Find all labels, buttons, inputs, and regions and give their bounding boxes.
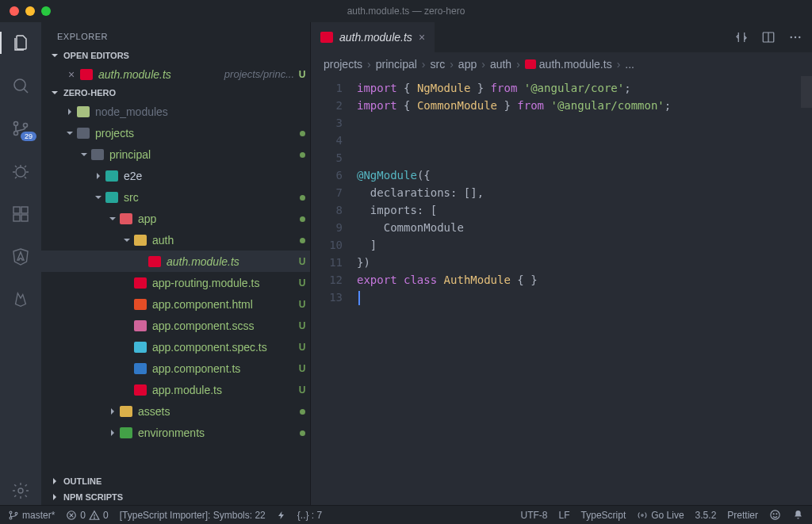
line-number: 1 xyxy=(311,79,343,97)
status-thunder[interactable] xyxy=(277,511,286,520)
item-label: src xyxy=(124,191,294,204)
breadcrumb-item[interactable]: principal xyxy=(376,58,417,71)
code-line[interactable]: CommonModule xyxy=(357,219,812,236)
code-line[interactable]: ] xyxy=(357,236,812,254)
svg-point-2 xyxy=(14,122,18,126)
tree-folder-assets[interactable]: assets xyxy=(41,400,310,422)
git-status: U xyxy=(294,363,310,374)
status-problems[interactable]: 0 0 xyxy=(66,510,108,521)
tree-folder-environments[interactable]: environments xyxy=(41,422,310,443)
code-line[interactable] xyxy=(357,114,812,132)
code-line[interactable]: import { NgModule } from '@angular/core'… xyxy=(357,79,812,97)
tab-auth-module[interactable]: auth.module.ts × xyxy=(311,22,435,52)
code-line[interactable]: imports: [ xyxy=(357,201,812,219)
minimap-slider[interactable] xyxy=(801,76,812,108)
status-feedback[interactable] xyxy=(769,509,781,521)
activity-firebase[interactable] xyxy=(0,285,41,314)
activity-scm[interactable]: 29 xyxy=(0,114,41,143)
breadcrumbs[interactable]: projects›principal›src›app›auth›auth.mod… xyxy=(311,52,812,76)
compare-changes-button[interactable] xyxy=(734,30,749,44)
chevron-right-icon xyxy=(106,407,119,416)
activity-debug[interactable] xyxy=(0,157,41,186)
svg-point-15 xyxy=(799,36,800,38)
status-branch[interactable]: master* xyxy=(8,510,55,521)
status-branch-label: master* xyxy=(22,510,55,521)
compare-icon xyxy=(734,30,749,44)
status-bracket-pair[interactable]: {..} : 7 xyxy=(297,510,322,521)
breadcrumb-item[interactable]: auth.module.ts xyxy=(525,58,612,71)
svg-point-25 xyxy=(771,511,779,519)
tree-folder-app[interactable]: app xyxy=(41,208,310,229)
activity-explorer[interactable] xyxy=(0,29,41,57)
line-number: 7 xyxy=(311,184,343,201)
status-eol[interactable]: LF xyxy=(559,510,570,521)
code-line[interactable]: }) xyxy=(357,254,812,271)
status-prettier[interactable]: Prettier xyxy=(727,510,758,521)
window-maximize-button[interactable] xyxy=(41,6,51,16)
tree-file-app.component.ts[interactable]: app.component.tsU xyxy=(41,358,310,379)
split-editor-button[interactable] xyxy=(761,30,776,44)
section-npm[interactable]: NPM SCRIPTS xyxy=(41,489,310,505)
chevron-right-icon xyxy=(49,476,60,486)
item-icon xyxy=(133,319,147,333)
code-line[interactable] xyxy=(357,289,812,306)
code-content[interactable]: import { NgModule } from '@angular/core'… xyxy=(357,76,812,505)
section-outline-label: OUTLINE xyxy=(63,476,102,486)
tree-file-app.module.ts[interactable]: app.module.tsU xyxy=(41,379,310,400)
line-number: 10 xyxy=(311,236,343,254)
gear-icon xyxy=(11,481,30,500)
tree-folder-projects[interactable]: projects xyxy=(41,122,310,143)
tree-file-auth.module.ts[interactable]: auth.module.tsU xyxy=(41,251,310,272)
breadcrumb-item[interactable]: src xyxy=(431,58,446,71)
tree-folder-auth[interactable]: auth xyxy=(41,229,310,251)
activity-bar: 29 xyxy=(0,22,41,505)
code-line[interactable]: export class AuthModule { } xyxy=(357,271,812,289)
section-open-editors[interactable]: OPEN EDITORS xyxy=(41,48,310,63)
close-icon[interactable]: × xyxy=(63,68,79,81)
window-minimize-button[interactable] xyxy=(25,6,35,16)
activity-settings[interactable] xyxy=(0,476,41,505)
svg-point-4 xyxy=(24,124,28,128)
tree-file-app.component.scss[interactable]: app.component.scssU xyxy=(41,315,310,336)
section-workspace[interactable]: ZERO-HERO xyxy=(41,85,310,101)
code-line[interactable]: declarations: [], xyxy=(357,184,812,201)
breadcrumb-item[interactable]: auth xyxy=(490,58,511,71)
activity-search[interactable] xyxy=(0,71,41,100)
activity-angular[interactable] xyxy=(0,243,41,271)
tree-file-app-routing[interactable]: app-routing.module.tsU xyxy=(41,272,310,293)
code-line[interactable] xyxy=(357,149,812,166)
item-label: app.component.scss xyxy=(152,319,294,332)
code-editor[interactable]: 12345678910111213 import { NgModule } fr… xyxy=(311,76,812,505)
open-editor-path: projects/princ... xyxy=(224,68,294,80)
breadcrumb-item[interactable]: ... xyxy=(625,58,634,71)
item-icon xyxy=(133,297,147,312)
file-tree[interactable]: node_modulesprojectsprincipale2esrcappau… xyxy=(41,101,310,473)
tree-folder-principal[interactable]: principal xyxy=(41,143,310,165)
window-close-button[interactable] xyxy=(10,6,19,16)
activity-extensions[interactable] xyxy=(0,200,41,228)
code-line[interactable] xyxy=(357,132,812,149)
breadcrumb-item[interactable]: projects xyxy=(324,58,362,71)
item-icon xyxy=(133,383,147,397)
tree-folder-src[interactable]: src xyxy=(41,186,310,208)
status-go-live[interactable]: Go Live xyxy=(637,510,684,521)
status-language[interactable]: TypeScript xyxy=(581,510,626,521)
tree-folder-e2e[interactable]: e2e xyxy=(41,165,310,186)
tree-folder-node_modules[interactable]: node_modules xyxy=(41,101,310,122)
status-ts-importer[interactable]: [TypeScript Importer]: Symbols: 22 xyxy=(120,510,266,521)
open-editor-row[interactable]: × auth.module.ts projects/princ... U xyxy=(41,63,310,85)
section-outline[interactable]: OUTLINE xyxy=(41,473,310,489)
chevron-down-icon xyxy=(49,88,60,98)
chevron-right-icon: › xyxy=(481,58,485,71)
status-bell[interactable] xyxy=(792,509,804,521)
more-actions-button[interactable] xyxy=(788,30,802,44)
status-encoding[interactable]: UTF-8 xyxy=(521,510,548,521)
tree-file-app.component.html[interactable]: app.component.htmlU xyxy=(41,293,310,315)
tree-file-app.component.spec.ts[interactable]: app.component.spec.tsU xyxy=(41,336,310,358)
code-line[interactable]: @NgModule({ xyxy=(357,166,812,184)
close-icon[interactable]: × xyxy=(419,31,425,44)
chevron-right-icon: › xyxy=(516,58,520,71)
breadcrumb-item[interactable]: app xyxy=(458,58,477,71)
status-ts-version[interactable]: 3.5.2 xyxy=(695,510,717,521)
code-line[interactable]: import { CommonModule } from '@angular/c… xyxy=(357,97,812,114)
